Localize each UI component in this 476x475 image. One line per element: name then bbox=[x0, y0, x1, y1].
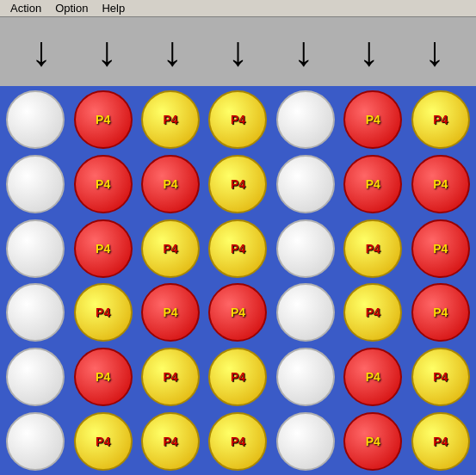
disc-3-6: P4 bbox=[411, 283, 470, 342]
disc-2-6: P4 bbox=[411, 219, 470, 278]
cell-5-4 bbox=[274, 410, 337, 472]
menu-bar: Action Option Help bbox=[0, 0, 476, 17]
disc-2-2: P4 bbox=[141, 219, 200, 278]
cell-5-6: P4 bbox=[409, 410, 473, 472]
disc-0-4 bbox=[276, 90, 335, 149]
disc-2-1: P4 bbox=[74, 219, 133, 278]
cell-3-0 bbox=[3, 282, 67, 343]
disc-4-5: P4 bbox=[343, 348, 402, 406]
cell-3-5: P4 bbox=[341, 282, 405, 343]
disc-2-5: P4 bbox=[343, 219, 402, 278]
cell-3-3: P4 bbox=[206, 282, 269, 343]
disc-1-4 bbox=[276, 155, 335, 213]
disc-3-2: P4 bbox=[141, 283, 200, 342]
drop-col-5[interactable]: ↓ bbox=[337, 31, 402, 72]
cell-3-4 bbox=[274, 282, 337, 343]
disc-0-1: P4 bbox=[74, 90, 133, 149]
cell-4-1: P4 bbox=[71, 347, 134, 408]
cell-2-2: P4 bbox=[139, 218, 202, 279]
cell-2-1: P4 bbox=[71, 218, 134, 279]
drop-col-0[interactable]: ↓ bbox=[9, 31, 74, 72]
disc-1-3: P4 bbox=[208, 155, 267, 213]
cell-4-5: P4 bbox=[341, 347, 405, 408]
disc-2-3: P4 bbox=[208, 219, 267, 278]
cell-4-6: P4 bbox=[409, 347, 473, 408]
disc-0-6: P4 bbox=[411, 90, 470, 149]
cell-2-6: P4 bbox=[409, 218, 473, 279]
cell-0-6: P4 bbox=[409, 89, 473, 151]
cell-4-3: P4 bbox=[206, 347, 269, 408]
disc-2-4 bbox=[276, 219, 335, 278]
disc-3-5: P4 bbox=[343, 283, 402, 342]
cell-3-2: P4 bbox=[139, 282, 202, 343]
cell-3-6: P4 bbox=[409, 282, 473, 343]
cell-0-3: P4 bbox=[206, 89, 269, 151]
disc-3-0 bbox=[6, 283, 65, 342]
cell-1-2: P4 bbox=[139, 154, 202, 215]
cell-5-2: P4 bbox=[139, 410, 202, 472]
cell-1-6: P4 bbox=[409, 154, 473, 215]
cell-1-4 bbox=[274, 154, 337, 215]
cell-1-0 bbox=[3, 154, 67, 215]
cell-4-4 bbox=[274, 347, 337, 408]
game-board: P4P4P4P4P4P4P4P4P4P4P4P4P4P4P4P4P4P4P4P4… bbox=[0, 86, 476, 475]
cell-4-2: P4 bbox=[139, 347, 202, 408]
cell-2-5: P4 bbox=[341, 218, 405, 279]
cell-3-1: P4 bbox=[71, 282, 134, 343]
cell-1-1: P4 bbox=[71, 154, 134, 215]
cell-5-5: P4 bbox=[341, 410, 405, 472]
cell-0-0 bbox=[3, 89, 67, 151]
disc-0-3: P4 bbox=[208, 90, 267, 149]
drop-col-2[interactable]: ↓ bbox=[139, 31, 205, 72]
drop-col-6[interactable]: ↓ bbox=[402, 31, 467, 72]
disc-4-0 bbox=[6, 348, 65, 406]
disc-5-2: P4 bbox=[141, 412, 200, 471]
cell-5-3: P4 bbox=[206, 410, 269, 472]
cell-2-0 bbox=[3, 218, 67, 279]
disc-3-1: P4 bbox=[74, 283, 133, 342]
cell-2-3: P4 bbox=[206, 218, 269, 279]
disc-1-5: P4 bbox=[343, 155, 402, 213]
cell-5-1: P4 bbox=[71, 410, 134, 472]
drop-col-3[interactable]: ↓ bbox=[205, 31, 270, 72]
cell-1-5: P4 bbox=[341, 154, 405, 215]
disc-0-0 bbox=[6, 90, 65, 149]
disc-3-4 bbox=[276, 283, 335, 342]
disc-3-3: P4 bbox=[208, 283, 267, 342]
disc-4-3: P4 bbox=[208, 348, 267, 406]
cell-5-0 bbox=[3, 410, 67, 472]
cell-2-4 bbox=[274, 218, 337, 279]
disc-1-1: P4 bbox=[74, 155, 133, 213]
cell-0-4 bbox=[274, 89, 337, 151]
menu-option[interactable]: Option bbox=[48, 0, 95, 16]
disc-5-5: P4 bbox=[343, 412, 402, 471]
disc-5-0 bbox=[6, 412, 65, 471]
disc-1-0 bbox=[6, 155, 65, 213]
disc-4-1: P4 bbox=[74, 348, 133, 406]
drop-col-4[interactable]: ↓ bbox=[271, 31, 337, 72]
arrow-row: ↓ ↓ ↓ ↓ ↓ ↓ ↓ bbox=[0, 17, 476, 86]
cell-4-0 bbox=[3, 347, 67, 408]
disc-2-0 bbox=[6, 219, 65, 278]
disc-5-1: P4 bbox=[74, 412, 133, 471]
disc-4-2: P4 bbox=[141, 348, 200, 406]
drop-col-1[interactable]: ↓ bbox=[74, 31, 139, 72]
disc-5-4 bbox=[276, 412, 335, 471]
disc-4-4 bbox=[276, 348, 335, 406]
disc-1-6: P4 bbox=[411, 155, 470, 213]
cell-0-1: P4 bbox=[71, 89, 134, 151]
disc-1-2: P4 bbox=[141, 155, 200, 213]
disc-5-6: P4 bbox=[411, 412, 470, 471]
cell-1-3: P4 bbox=[206, 154, 269, 215]
disc-4-6: P4 bbox=[411, 348, 470, 406]
menu-action[interactable]: Action bbox=[3, 0, 48, 16]
cell-0-2: P4 bbox=[139, 89, 202, 151]
cell-0-5: P4 bbox=[341, 89, 405, 151]
menu-help[interactable]: Help bbox=[95, 0, 132, 16]
disc-0-2: P4 bbox=[141, 90, 200, 149]
disc-0-5: P4 bbox=[343, 90, 402, 149]
disc-5-3: P4 bbox=[208, 412, 267, 471]
